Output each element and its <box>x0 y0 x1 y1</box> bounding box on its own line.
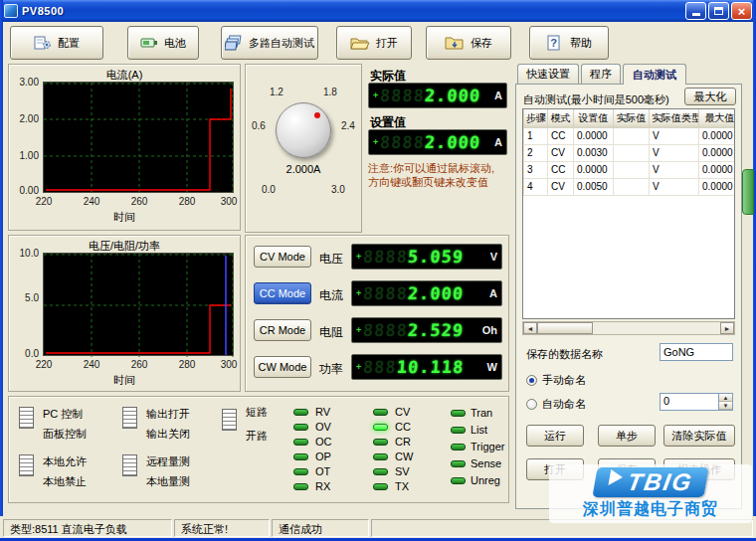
table-hscrollbar[interactable]: ◄ ► <box>522 321 735 335</box>
scroll-right-icon[interactable]: ► <box>720 322 734 334</box>
table-row[interactable]: 1CC 0.0000 V0.0000 <box>524 127 736 144</box>
current-chart[interactable] <box>43 82 234 193</box>
output-on-label: 输出打开 <box>146 407 190 422</box>
sense-led <box>451 460 466 467</box>
side-panel-handle[interactable] <box>742 169 754 215</box>
voltage-display: + 8888 5.059 V <box>351 244 502 270</box>
run-button[interactable]: 运行 <box>526 425 584 447</box>
knob-value: 2.000A <box>246 163 361 175</box>
local-enable-toggle-icon[interactable] <box>19 454 34 476</box>
autotest-header: 自动测试(最小时间是500毫秒) <box>523 92 669 107</box>
current-label: 电流 <box>319 287 343 304</box>
maximize-test-button[interactable]: 最大化 <box>684 88 736 105</box>
y-tick: 0.00 <box>9 185 39 196</box>
ghost-digits: 8888 <box>380 86 426 105</box>
tx-led-label: TX <box>395 480 409 492</box>
help-button[interactable]: ? 帮助 <box>529 26 609 60</box>
save-name-input[interactable] <box>660 343 733 361</box>
tab-quick-setup[interactable]: 快速设置 <box>517 64 579 84</box>
table-row[interactable]: 4CV 0.0050 V0.0000 <box>524 178 736 195</box>
save-label: 保存 <box>471 36 492 51</box>
manual-naming-radio[interactable]: 手动命名 <box>526 373 586 388</box>
x-tick: 220 <box>31 359 57 370</box>
current-digits: 2.000 <box>408 283 466 303</box>
plus-indicator: + <box>356 252 361 262</box>
system-status: 系统正常! <box>174 519 270 537</box>
minimize-button[interactable] <box>685 2 706 20</box>
cr-mode-button[interactable]: CR Mode <box>254 319 311 341</box>
remote-sense-toggle-icon[interactable] <box>122 454 137 476</box>
local-disable-label: 本地禁止 <box>43 474 87 489</box>
col-actual-type[interactable]: 实际值类型 <box>650 109 699 127</box>
auto-naming-label: 自动命名 <box>542 397 586 412</box>
scroll-thumb[interactable] <box>537 322 593 334</box>
title-bar[interactable]: PV8500 × <box>0 0 756 22</box>
single-step-button[interactable]: 单步 <box>598 425 656 447</box>
save-button[interactable]: 保存 <box>426 26 511 60</box>
config-label: 配置 <box>58 36 80 51</box>
pc-control-toggle-icon[interactable] <box>19 407 34 429</box>
spinner-value[interactable]: 0 <box>661 394 718 410</box>
spinner-down-icon[interactable]: ▼ <box>719 402 732 410</box>
scroll-left-icon[interactable]: ◄ <box>523 322 537 334</box>
ov-led-label: OV <box>315 421 331 433</box>
vrw-chart[interactable] <box>43 253 234 356</box>
local-enable-label: 本地允许 <box>43 454 87 469</box>
table-row[interactable]: 2CV 0.0030 V0.0000 <box>524 144 736 161</box>
tab-autotest[interactable]: 自动测试 <box>623 64 686 85</box>
cw-mode-button[interactable]: CW Mode <box>254 356 311 378</box>
ov-led <box>293 424 308 431</box>
set-value-digits: 2.000 <box>425 132 482 152</box>
battery-button[interactable]: 电池 <box>127 26 199 60</box>
auto-naming-radio[interactable]: 自动命名 <box>526 397 586 412</box>
col-mode[interactable]: 模式 <box>548 109 574 127</box>
value-knob[interactable] <box>276 102 331 158</box>
x-tick: 260 <box>126 359 152 370</box>
mode-panel: CV Mode 电压 + 8888 5.059 V CC Mode 电流 + 8… <box>245 235 509 392</box>
x-tick: 220 <box>31 196 57 207</box>
autotest-table[interactable]: 步骤 模式 设置值 实际值 实际值类型 最大值 1CC 0.0000 V0.00 <box>522 108 735 319</box>
config-button[interactable]: 配置 <box>10 26 103 60</box>
cw-led <box>373 453 388 460</box>
cv-mode-button[interactable]: CV Mode <box>254 246 311 268</box>
resistance-display: + 8888 2.529 Oh <box>351 317 502 343</box>
clear-actual-button[interactable]: 清除实际值 <box>663 425 735 447</box>
close-button[interactable]: × <box>731 2 752 20</box>
output-on-toggle-icon[interactable] <box>122 407 137 429</box>
short-circuit-toggle-icon[interactable] <box>222 409 237 431</box>
plus-indicator: + <box>356 288 361 298</box>
readout-area: 实际值 + 8888 2.000 A 设置值 + 8888 2.000 A 注意… <box>364 64 511 233</box>
y-tick: 5.0 <box>9 292 39 303</box>
cc-mode-button[interactable]: CC Mode <box>254 282 311 304</box>
window-frame-left <box>0 0 3 516</box>
radio-circle[interactable] <box>526 375 537 386</box>
rv-led-label: RV <box>315 406 330 418</box>
open-button[interactable]: 打开 <box>336 26 412 60</box>
tab-program[interactable]: 程序 <box>581 64 621 84</box>
ghost-digits: 8888 <box>363 283 409 303</box>
trigger-led-label: Trigger <box>471 441 504 452</box>
col-step[interactable]: 步骤 <box>524 109 548 127</box>
col-setvalue[interactable]: 设置值 <box>574 109 614 127</box>
multi-autotest-button[interactable]: 多路自动测试 <box>221 26 318 60</box>
knob-tick: 2.4 <box>341 120 355 131</box>
panel-control-label: 面板控制 <box>43 427 87 442</box>
svg-text:?: ? <box>550 37 557 49</box>
gear-icon <box>34 35 52 51</box>
actual-value-display: + 8888 2.000 A <box>368 83 507 108</box>
status-panel: PC 控制 面板控制 本地允许 本地禁止 输出打开 输出关闭 远程量测 本地量测… <box>8 396 509 503</box>
maximize-button[interactable] <box>708 2 729 20</box>
local-sense-label: 本地量测 <box>146 474 190 489</box>
cv-led-label: CV <box>395 406 410 418</box>
open-label: 打开 <box>376 36 398 51</box>
col-max[interactable]: 最大值 <box>699 109 736 127</box>
radio-circle[interactable] <box>526 399 537 410</box>
spinner-up-icon[interactable]: ▲ <box>719 394 732 402</box>
plus-indicator: + <box>356 362 361 372</box>
help-label: 帮助 <box>570 36 592 51</box>
remote-sense-label: 远程量测 <box>146 454 190 469</box>
auto-name-spinner[interactable]: 0 ▲ ▼ <box>660 393 733 411</box>
col-actual[interactable]: 实际值 <box>614 109 650 127</box>
table-row[interactable]: 3CC 0.0000 V0.0000 <box>524 161 736 178</box>
oc-led-label: OC <box>315 436 332 448</box>
